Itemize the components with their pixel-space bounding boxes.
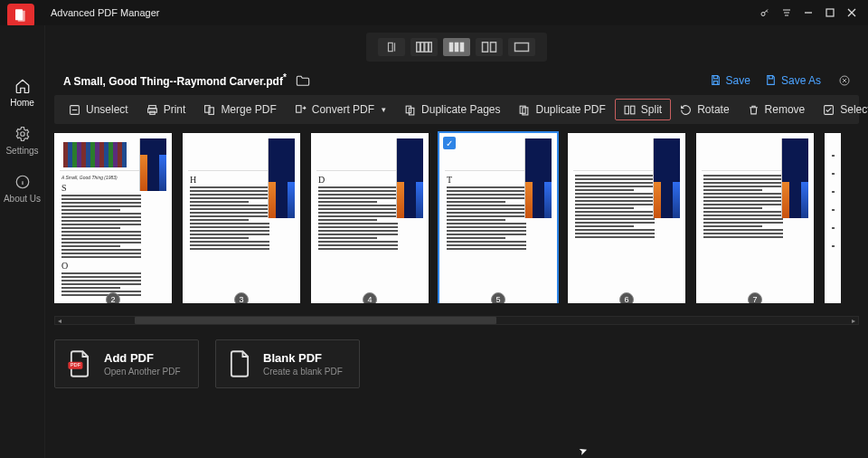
unselect-button[interactable]: Unselect bbox=[60, 99, 137, 120]
sidebar-item-label: Settings bbox=[5, 146, 38, 156]
add-pdf-icon: PDF bbox=[66, 349, 93, 378]
sidebar-item-label: Home bbox=[10, 98, 34, 108]
file-header: A Small, Good Thing--Raymond Carver.pdf*… bbox=[45, 62, 868, 93]
svg-rect-1 bbox=[18, 11, 25, 22]
svg-rect-24 bbox=[296, 105, 300, 112]
app-logo-icon bbox=[13, 8, 29, 23]
view-wide[interactable] bbox=[508, 38, 535, 56]
svg-rect-7 bbox=[417, 43, 420, 52]
thumbnail-strip: A Small, Good Thing (1983)SO2H3D4T✓567 bbox=[54, 131, 859, 303]
svg-rect-14 bbox=[483, 43, 488, 52]
select-all-icon bbox=[823, 104, 835, 116]
duplicate-pdf-icon bbox=[518, 104, 530, 116]
close-button[interactable] bbox=[841, 2, 863, 24]
card-title: Add PDF bbox=[104, 351, 181, 365]
add-pdf-card[interactable]: PDF Add PDF Open Another PDF bbox=[54, 339, 199, 388]
svg-rect-11 bbox=[449, 43, 454, 52]
view-two-page[interactable] bbox=[410, 38, 438, 56]
unselect-icon bbox=[69, 104, 80, 116]
blank-pdf-card[interactable]: Blank PDF Create a blank PDF bbox=[215, 339, 360, 388]
remove-icon bbox=[748, 104, 760, 116]
page-number-badge: 2 bbox=[106, 292, 120, 303]
file-name: A Small, Good Thing--Raymond Carver.pdf* bbox=[63, 72, 287, 88]
page-thumbnail[interactable] bbox=[825, 133, 841, 303]
horizontal-scrollbar[interactable]: ◂ ▸ bbox=[54, 316, 859, 325]
scrollbar-handle[interactable] bbox=[135, 317, 496, 324]
page-thumbnail[interactable]: T✓5 bbox=[439, 133, 557, 303]
scroll-right-arrow[interactable]: ▸ bbox=[849, 317, 858, 324]
unsaved-indicator: * bbox=[283, 72, 287, 82]
save-as-icon bbox=[765, 74, 777, 86]
left-sidebar: Home Settings About Us bbox=[0, 25, 45, 458]
folder-icon bbox=[296, 74, 310, 87]
svg-rect-3 bbox=[826, 9, 834, 16]
thumbnail-area: A Small, Good Thing (1983)SO2H3D4T✓567 ◂… bbox=[54, 131, 859, 325]
svg-rect-13 bbox=[460, 43, 465, 52]
page-number-badge: 5 bbox=[491, 292, 505, 303]
sidebar-item-label: About Us bbox=[4, 194, 41, 204]
merge-icon bbox=[203, 104, 215, 116]
menu-icon[interactable] bbox=[776, 2, 797, 24]
print-button[interactable]: Print bbox=[137, 99, 195, 120]
rotate-icon bbox=[680, 104, 692, 116]
app-logo bbox=[7, 4, 34, 27]
bottom-actions: PDF Add PDF Open Another PDF Blank PDF C… bbox=[54, 339, 859, 388]
page-thumbnail[interactable]: H3 bbox=[183, 133, 300, 303]
card-subtitle: Create a blank PDF bbox=[263, 367, 343, 377]
title-bar: Advanced PDF Manager bbox=[0, 0, 868, 25]
home-icon bbox=[14, 78, 31, 94]
svg-rect-15 bbox=[491, 43, 496, 52]
page-thumbnail[interactable]: D4 bbox=[311, 133, 429, 303]
merge-pdf-button[interactable]: Merge PDF bbox=[194, 99, 285, 120]
page-thumbnail[interactable]: A Small, Good Thing (1983)SO2 bbox=[54, 133, 172, 303]
key-icon[interactable] bbox=[754, 2, 776, 24]
view-mode-toolbar bbox=[366, 33, 547, 62]
sidebar-item-about[interactable]: About Us bbox=[0, 168, 44, 209]
sidebar-item-settings[interactable]: Settings bbox=[0, 120, 44, 161]
duplicate-pdf-button[interactable]: Duplicate PDF bbox=[509, 99, 614, 120]
view-thumbnails[interactable] bbox=[443, 38, 470, 56]
view-single-page[interactable] bbox=[378, 38, 405, 56]
sidebar-item-home[interactable]: Home bbox=[0, 72, 44, 113]
app-title: Advanced PDF Manager bbox=[51, 7, 159, 18]
svg-rect-29 bbox=[625, 106, 628, 114]
svg-point-4 bbox=[20, 132, 24, 137]
split-button[interactable]: Split bbox=[615, 99, 671, 120]
card-title: Blank PDF bbox=[263, 351, 343, 365]
action-toolbar: Unselect Print Merge PDF Convert PDF ▾ D… bbox=[54, 95, 859, 124]
svg-rect-8 bbox=[420, 43, 424, 52]
split-icon bbox=[624, 104, 636, 116]
print-icon bbox=[146, 104, 158, 116]
maximize-button[interactable] bbox=[819, 2, 841, 24]
convert-icon bbox=[295, 104, 307, 116]
minimize-button[interactable] bbox=[797, 2, 819, 24]
svg-rect-16 bbox=[515, 43, 529, 52]
rotate-button[interactable]: Rotate bbox=[671, 99, 738, 120]
page-number-badge: 4 bbox=[363, 292, 377, 303]
duplicate-pages-button[interactable]: Duplicate Pages bbox=[395, 99, 509, 120]
svg-rect-30 bbox=[630, 106, 634, 114]
close-document-button[interactable] bbox=[839, 75, 850, 86]
page-number-badge: 3 bbox=[234, 292, 249, 303]
select-all-button[interactable]: Select All bbox=[814, 99, 868, 120]
save-button[interactable]: Save bbox=[710, 74, 750, 87]
page-thumbnail[interactable]: 6 bbox=[568, 133, 685, 303]
scroll-left-arrow[interactable]: ◂ bbox=[55, 317, 64, 324]
svg-text:PDF: PDF bbox=[71, 362, 81, 367]
view-dual[interactable] bbox=[476, 38, 503, 56]
gear-icon bbox=[14, 126, 31, 142]
page-thumbnail[interactable]: 7 bbox=[696, 133, 814, 303]
duplicate-pages-icon bbox=[404, 104, 416, 116]
remove-button[interactable]: Remove bbox=[739, 99, 815, 120]
convert-pdf-button[interactable]: Convert PDF ▾ bbox=[286, 99, 395, 120]
open-folder-button[interactable] bbox=[296, 74, 310, 87]
save-as-button[interactable]: Save As bbox=[765, 74, 821, 87]
svg-point-2 bbox=[761, 13, 765, 16]
blank-pdf-icon bbox=[227, 349, 252, 378]
save-icon bbox=[710, 74, 722, 86]
window-controls bbox=[754, 2, 863, 24]
close-icon bbox=[839, 75, 850, 86]
svg-rect-6 bbox=[389, 43, 393, 51]
chevron-down-icon: ▾ bbox=[382, 105, 386, 114]
svg-rect-10 bbox=[429, 43, 431, 52]
